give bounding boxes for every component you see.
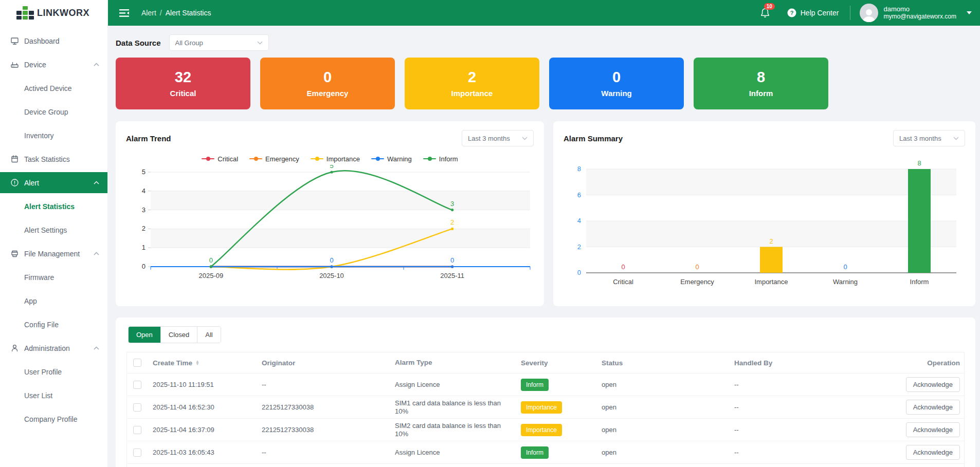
stat-card-label: Inform	[749, 89, 773, 98]
stat-card-warning: 0Warning	[549, 58, 684, 109]
cell-handled-by-value: --	[734, 381, 739, 388]
menu-fold-icon[interactable]	[119, 9, 129, 17]
sidebar-item-config-file[interactable]: Config File	[0, 314, 107, 335]
charts-row: Alarm Trend Last 3 months CriticalEmerge…	[116, 121, 975, 306]
cell-handled-by-value: --	[734, 403, 739, 411]
data-source-select[interactable]: All Group	[169, 34, 269, 51]
row-checkbox[interactable]	[133, 381, 141, 389]
sidebar-item-label: Device Group	[24, 108, 99, 116]
stat-card-importance: 2Importance	[405, 58, 539, 109]
trend-range-select[interactable]: Last 3 months	[462, 130, 534, 146]
notification-badge: 10	[764, 3, 775, 10]
sidebar-item-file-management[interactable]: File Management	[0, 243, 107, 264]
cell-alarm-type: Assign Licence	[395, 449, 521, 457]
breadcrumb-separator: /	[160, 9, 162, 17]
svg-text:0: 0	[330, 256, 333, 264]
sidebar-item-company-profile[interactable]: Company Profile	[0, 408, 107, 429]
column-header-label: Create Time	[153, 359, 192, 367]
tab-all[interactable]: All	[197, 327, 220, 343]
sidebar-item-label: User Profile	[24, 368, 99, 376]
acknowledge-button[interactable]: Acknowledge	[906, 377, 960, 392]
breadcrumb-current: Alert Statistics	[166, 9, 211, 17]
alarm-summary-panel: Alarm Summary Last 3 months 024680Critic…	[553, 121, 975, 306]
row-checkbox[interactable]	[133, 449, 141, 457]
header-checkbox-cell	[127, 359, 153, 367]
cell-alarm-type: SIM1 card data balance is less than 10%	[395, 399, 521, 416]
alarm-table: Create Time▲▼OriginatorAlarm TypeSeverit…	[126, 352, 965, 467]
legend-item-inform[interactable]: Inform	[423, 155, 458, 163]
row-checkbox-cell	[127, 403, 153, 412]
svg-text:Importance: Importance	[754, 278, 788, 286]
sidebar-item-alert-settings[interactable]: Alert Settings	[0, 219, 107, 240]
sidebar-item-label: Task Statistics	[24, 155, 99, 163]
trend-svg: 0123452025-092025-102025-11200053	[126, 165, 533, 283]
sidebar-item-device[interactable]: Device	[0, 54, 107, 75]
tab-closed[interactable]: Closed	[160, 327, 197, 343]
sidebar-item-label: User List	[24, 391, 99, 400]
sidebar-item-dashboard[interactable]: Dashboard	[0, 30, 107, 51]
acknowledge-button[interactable]: Acknowledge	[906, 422, 960, 437]
svg-text:5: 5	[142, 168, 146, 176]
svg-text:8: 8	[917, 161, 921, 167]
sort-icon[interactable]: ▲▼	[195, 360, 199, 365]
column-header-severity: Severity	[521, 359, 602, 367]
sidebar-item-label: Device	[24, 61, 94, 69]
sidebar-item-user-list[interactable]: User List	[0, 385, 107, 406]
logo-icon	[16, 6, 30, 20]
legend-item-importance[interactable]: Importance	[311, 155, 360, 163]
sidebar-item-device-group[interactable]: Device Group	[0, 101, 107, 122]
cell-severity: Importance	[521, 401, 602, 414]
legend-item-critical[interactable]: Critical	[202, 155, 238, 163]
row-checkbox[interactable]	[133, 403, 141, 412]
caret-down-icon[interactable]	[967, 11, 972, 14]
tab-open[interactable]: Open	[129, 327, 160, 343]
sidebar-item-app[interactable]: App	[0, 290, 107, 311]
select-all-checkbox[interactable]	[133, 359, 141, 367]
legend-item-emergency[interactable]: Emergency	[249, 155, 299, 163]
sidebar-item-label: Config File	[24, 321, 99, 329]
breadcrumb-section[interactable]: Alert	[141, 9, 156, 17]
cell-severity: Inform	[521, 379, 602, 391]
sidebar-item-user-profile[interactable]: User Profile	[0, 361, 107, 382]
cell-alarm-type-value: Assign Licence	[395, 449, 440, 457]
sidebar-item-inventory[interactable]: Inventory	[0, 125, 107, 146]
user-menu[interactable]: damomo mymo@navigateworx.com	[860, 4, 972, 22]
stat-card-value: 2	[468, 70, 476, 84]
stat-card-label: Emergency	[307, 89, 349, 98]
sidebar-item-actived-device[interactable]: Actived Device	[0, 78, 107, 99]
sidebar-item-label: Firmware	[24, 273, 99, 282]
row-checkbox-cell	[127, 426, 153, 434]
summary-range-select[interactable]: Last 3 months	[893, 130, 965, 146]
chevron-down-icon	[522, 137, 528, 140]
svg-text:2: 2	[450, 218, 454, 226]
svg-text:0: 0	[142, 263, 146, 270]
sidebar-item-label: Company Profile	[24, 415, 99, 423]
cell-operation: Acknowledge	[881, 400, 964, 415]
svg-text:2025-11: 2025-11	[440, 272, 464, 279]
sidebar-item-task-statistics[interactable]: Task Statistics	[0, 148, 107, 170]
content: Data Source All Group 32Critical0Emergen…	[108, 26, 980, 467]
svg-text:2: 2	[142, 225, 146, 232]
data-source-label: Data Source	[116, 39, 161, 47]
sidebar-item-alert-statistics[interactable]: Alert Statistics	[0, 196, 107, 217]
cell-originator-value: 22125127330038	[262, 426, 314, 434]
cell-alarm-type-value: Assign Licence	[395, 381, 440, 389]
svg-text:6: 6	[577, 191, 581, 199]
sidebar-item-label: Alert Settings	[24, 226, 99, 234]
user-info: damomo mymo@navigateworx.com	[883, 5, 956, 21]
status-tabs: OpenClosedAll	[128, 326, 221, 343]
acknowledge-button[interactable]: Acknowledge	[906, 445, 960, 460]
sidebar-item-alert[interactable]: Alert	[0, 172, 107, 193]
notifications-button[interactable]: 10	[760, 8, 770, 18]
alarm-trend-title: Alarm Trend	[126, 134, 171, 143]
acknowledge-button[interactable]: Acknowledge	[906, 400, 960, 415]
sidebar-item-firmware[interactable]: Firmware	[0, 267, 107, 288]
svg-text:Warning: Warning	[833, 278, 858, 286]
legend-item-warning[interactable]: Warning	[371, 155, 412, 163]
row-checkbox[interactable]	[133, 426, 141, 434]
sidebar-item-administration[interactable]: Administration	[0, 338, 107, 359]
help-center-button[interactable]: ? Help Center	[787, 8, 839, 17]
breadcrumb: Alert / Alert Statistics	[141, 9, 211, 17]
avatar	[860, 4, 878, 22]
svg-text:5: 5	[330, 165, 333, 170]
